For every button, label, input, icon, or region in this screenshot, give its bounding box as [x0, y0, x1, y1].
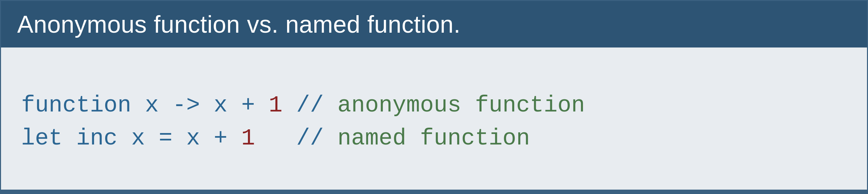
code-line-1: function x -> x + 1 // anonymous functio… [21, 91, 847, 120]
code-line2-number: 1 [241, 124, 255, 153]
code-line1-comment: anonymous function [338, 91, 585, 120]
code-line2-part1: let inc x = x + [21, 124, 241, 153]
code-line1-comment-prefix: // [282, 91, 337, 120]
code-line-2: let inc x = x + 1 // named function [21, 124, 847, 153]
header-bar: Anonymous function vs. named function. [1, 1, 867, 47]
code-line1-number: 1 [269, 91, 283, 120]
page-title: Anonymous function vs. named function. [17, 10, 461, 38]
footer-bar [1, 190, 867, 193]
code-line2-comment-prefix: // [255, 124, 338, 153]
code-area: function x -> x + 1 // anonymous functio… [1, 47, 867, 190]
code-line2-comment: named function [338, 124, 530, 153]
code-line1-part1: function x -> x + [21, 91, 269, 120]
main-card: Anonymous function vs. named function. f… [0, 0, 868, 194]
